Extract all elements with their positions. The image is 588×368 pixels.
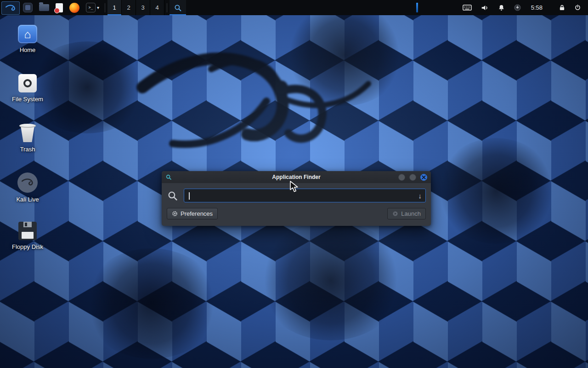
workspace-button-4[interactable]: 4 — [150, 0, 164, 15]
chevron-down-icon: ▾ — [97, 5, 99, 10]
launcher-firefox[interactable] — [66, 0, 83, 15]
window-title: Application Finder — [162, 174, 431, 180]
desktop[interactable]: ⌂ Home File System Trash Kali Live Flopp… — [0, 0, 588, 368]
desktop-icon-label: Kali Live — [16, 196, 39, 203]
cpu-graph[interactable] — [416, 3, 418, 12]
close-icon — [422, 175, 426, 179]
search-icon — [167, 190, 178, 201]
taskbar-app-finder[interactable] — [170, 0, 186, 15]
close-button[interactable] — [420, 174, 427, 181]
panel-separator — [167, 3, 167, 12]
kali-live-icon — [17, 172, 38, 193]
window-body: ↓ Preferences Launch — [162, 183, 431, 226]
desktop-icon-floppy-disk[interactable]: Floppy Disk — [7, 222, 48, 250]
floppy-disk-icon — [18, 222, 37, 240]
launch-button[interactable]: Launch — [387, 208, 426, 219]
power-button[interactable] — [571, 0, 584, 15]
terminal-icon: >_ — [86, 3, 96, 12]
lock-icon — [559, 4, 565, 11]
notifications-button[interactable] — [495, 0, 508, 15]
document-icon — [56, 3, 63, 12]
kali-menu-button[interactable] — [1, 1, 20, 15]
preferences-button[interactable]: Preferences — [167, 208, 218, 219]
app-finder-icon — [165, 174, 172, 180]
text-caret — [189, 192, 190, 200]
bell-icon — [498, 4, 505, 11]
firefox-icon — [69, 3, 79, 13]
desktop-icon-label: Floppy Disk — [12, 243, 43, 250]
folder-icon — [39, 4, 49, 11]
top-panel: >_ ▾ 1 2 3 4 — [0, 0, 588, 15]
keyboard-layout-button[interactable] — [459, 0, 475, 15]
volume-button[interactable] — [478, 0, 492, 15]
desktop-icon-label: File System — [12, 96, 43, 103]
search-input[interactable] — [188, 192, 418, 199]
panel-separator — [105, 3, 105, 12]
workspace-button-2[interactable]: 2 — [122, 0, 136, 15]
magnifier-icon — [174, 4, 182, 12]
hard-drive-icon — [18, 74, 37, 92]
minimize-button[interactable] — [398, 174, 405, 181]
updates-status-button[interactable] — [511, 0, 524, 15]
workspace-button-3[interactable]: 3 — [136, 0, 150, 15]
launch-label: Launch — [401, 210, 421, 217]
titlebar[interactable]: Application Finder — [162, 171, 431, 183]
launcher-text-editor[interactable] — [52, 0, 66, 15]
kali-logo-icon — [5, 4, 16, 13]
launch-icon — [392, 211, 398, 217]
clock[interactable]: 5:58 — [527, 0, 547, 15]
search-field[interactable]: ↓ — [184, 189, 426, 202]
launcher-window[interactable] — [20, 0, 36, 15]
desktop-icon-home[interactable]: ⌂ Home — [7, 25, 48, 53]
maximize-button[interactable] — [409, 174, 416, 181]
power-icon — [574, 4, 581, 11]
window-icon — [23, 3, 33, 12]
house-icon: ⌂ — [24, 28, 31, 41]
preferences-label: Preferences — [181, 210, 213, 217]
home-icon: ⌂ — [18, 25, 37, 43]
desktop-icon-kali-live[interactable]: Kali Live — [7, 172, 48, 203]
keyboard-icon — [463, 5, 472, 11]
workspace-switcher: 1 2 3 4 — [107, 0, 164, 15]
desktop-icon-label: Trash — [20, 146, 35, 153]
gear-icon — [172, 211, 178, 217]
updates-icon — [514, 4, 521, 11]
desktop-icon-file-system[interactable]: File System — [7, 74, 48, 103]
dropdown-arrow-icon[interactable]: ↓ — [418, 192, 422, 199]
desktop-icon-label: Home — [20, 46, 36, 53]
screen-lock-button[interactable] — [556, 0, 568, 15]
volume-icon — [481, 5, 489, 11]
launcher-terminal[interactable]: >_ ▾ — [83, 0, 102, 15]
desktop-icon-trash[interactable]: Trash — [7, 123, 48, 153]
launcher-file-manager[interactable] — [36, 0, 52, 15]
workspace-button-1[interactable]: 1 — [107, 0, 122, 15]
app-finder-window: Application Finder ↓ — [162, 171, 431, 226]
trash-icon — [18, 123, 37, 143]
